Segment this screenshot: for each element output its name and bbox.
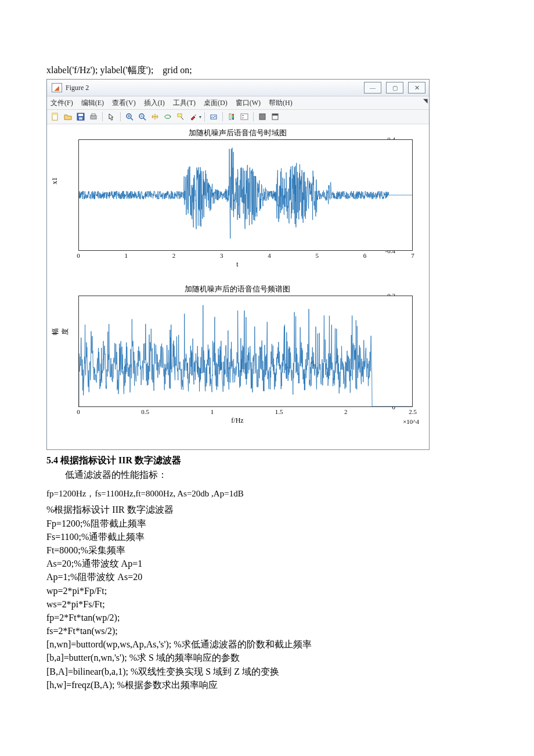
zoom-in-icon[interactable]	[124, 111, 135, 122]
xtick: 0.5	[141, 408, 149, 415]
xtick: 3	[220, 252, 223, 259]
svg-rect-3	[78, 114, 83, 116]
menu-help[interactable]: 帮助(H)	[269, 98, 293, 108]
svg-rect-15	[178, 114, 182, 117]
filter-params-line: fp=1200Hz，fs=1100Hz,ft=8000Hz, As=20db ,…	[46, 488, 488, 499]
svg-rect-22	[259, 114, 265, 120]
menubar: 文件(F) 编辑(E) 查看(V) 插入(I) 工具(T) 桌面(D) 窗口(W…	[47, 96, 429, 110]
svg-rect-19	[241, 114, 248, 120]
code-line: ws=2*pi*Fs/Ft;	[46, 597, 488, 611]
code-line: Fs=1100;%通带截止频率	[46, 530, 488, 543]
svg-rect-5	[91, 116, 96, 119]
plot2-axes: ×10^4	[78, 296, 413, 407]
xtick: 1.5	[275, 408, 283, 415]
subplot-time-domain: 加随机噪声后语音信号时域图 x1 0.4 0.2 0 -0.2 -0.4 0 1	[50, 128, 424, 284]
code-line: fs=2*Ft*tan(ws/2);	[46, 624, 488, 638]
plot2-ylabel: 幅度	[50, 333, 70, 341]
open-folder-icon[interactable]	[62, 111, 74, 122]
plot2-spectrum	[79, 296, 412, 406]
data-cursor-icon[interactable]	[175, 111, 186, 122]
code-line: Ft=8000;%采集频率	[46, 543, 488, 557]
plot2-title: 加随机噪声后的语音信号频谱图	[50, 284, 424, 294]
subplot-spectrum: 加随机噪声后的语音信号频谱图 幅度 0.2 0.15 0.1 0.05 0 ×1…	[50, 284, 424, 444]
svg-line-12	[143, 118, 146, 120]
xtick: 2.5	[409, 408, 417, 415]
xtick: 2	[172, 252, 176, 259]
code-line: wp=2*pi*Fp/Ft;	[46, 584, 488, 597]
xtick: 0	[77, 408, 80, 415]
plot-area: 加随机噪声后语音信号时域图 x1 0.4 0.2 0 -0.2 -0.4 0 1	[47, 124, 429, 449]
plot1-xlabel: t	[50, 260, 424, 269]
xtick: 2	[344, 408, 348, 415]
code-line: [n,wn]=buttord(wp,ws,Ap,As,'s'); %求低通滤波器…	[46, 638, 488, 651]
plot1-waveform	[79, 140, 412, 250]
dock-icon[interactable]	[269, 111, 281, 122]
window-titlebar: ◢ Figure 2	[47, 80, 429, 96]
plot1-ylabel: x1	[50, 183, 59, 191]
window-minimize-button[interactable]	[364, 82, 381, 93]
svg-rect-24	[272, 114, 278, 116]
xtick: 1	[125, 252, 128, 259]
zoom-out-icon[interactable]	[136, 111, 148, 122]
svg-rect-17	[229, 114, 231, 120]
window-title: Figure 2	[66, 84, 89, 92]
code-line: [h,w]=freqz(B,A); %根据参数求出频率响应	[46, 678, 488, 692]
matlab-app-icon: ◢	[52, 83, 62, 92]
menu-window[interactable]: 窗口(W)	[236, 98, 261, 108]
code-line: [B,A]=bilinear(b,a,1); %双线性变换实现 S 域到 Z 域…	[46, 665, 488, 678]
toolbar: ▾	[47, 110, 429, 124]
save-icon[interactable]	[75, 111, 86, 122]
menu-desktop[interactable]: 桌面(D)	[204, 98, 228, 108]
section-heading: 5.4 根据指标设计 IIR 数字滤波器	[46, 455, 488, 467]
colorbar-icon[interactable]	[226, 111, 237, 122]
menu-file[interactable]: 文件(F)	[50, 98, 73, 108]
plot2-xlabel: f/Hz	[50, 416, 424, 425]
plot1-axes	[78, 139, 413, 251]
menu-expand-icon[interactable]: ◥	[423, 98, 428, 104]
xtick: 7	[411, 252, 414, 259]
code-line: %根据指标设计 IIR 数字滤波器	[46, 503, 488, 516]
svg-line-8	[131, 118, 133, 120]
svg-rect-6	[92, 114, 95, 116]
menu-view[interactable]: 查看(V)	[112, 98, 136, 108]
xtick: 1	[211, 408, 214, 415]
legend-icon[interactable]	[239, 111, 250, 122]
code-line: Fp=1200;%阻带截止频率	[46, 517, 488, 530]
matlab-figure-window: ◢ Figure 2 文件(F) 编辑(E) 查看(V) 插入(I) 工具(T)…	[46, 79, 430, 450]
code-block: %根据指标设计 IIR 数字滤波器 Fp=1200;%阻带截止频率 Fs=110…	[46, 503, 488, 692]
svg-rect-1	[52, 113, 57, 115]
pan-icon[interactable]	[149, 111, 161, 122]
hide-tools-icon[interactable]	[257, 111, 268, 122]
code-line: Ap=1;%阻带波纹 As=20	[46, 570, 488, 584]
xtick: 0	[77, 252, 80, 259]
print-icon[interactable]	[88, 111, 99, 122]
window-maximize-button[interactable]	[386, 82, 403, 93]
code-line-top: xlabel('f/Hz'); ylabel('幅度'); grid on;	[46, 64, 488, 77]
link-plot-icon[interactable]	[208, 111, 219, 122]
menu-insert[interactable]: 插入(I)	[144, 98, 165, 108]
section-intro: 低通滤波器的性能指标：	[46, 469, 488, 481]
code-line: As=20;%通带波纹 Ap=1	[46, 557, 488, 570]
window-close-button[interactable]	[408, 82, 425, 93]
xtick: 5	[316, 252, 319, 259]
svg-rect-18	[232, 114, 234, 120]
plot2-x-exponent: ×10^4	[403, 418, 419, 425]
xtick: 4	[268, 252, 271, 259]
brush-icon[interactable]	[187, 111, 199, 122]
menu-tools[interactable]: 工具(T)	[173, 98, 196, 108]
brush-dropdown-icon[interactable]: ▾	[199, 114, 201, 120]
code-line: fp=2*Ft*tan(wp/2);	[46, 611, 488, 624]
document-page: xlabel('f/Hz'); ylabel('幅度'); grid on; ◢…	[0, 0, 534, 726]
code-line: [b,a]=butter(n,wn,'s'); %求 S 域的频率响应的参数	[46, 651, 488, 664]
rotate3d-icon[interactable]	[162, 111, 174, 122]
pointer-icon[interactable]	[106, 111, 117, 122]
menu-edit[interactable]: 编辑(E)	[81, 98, 104, 108]
plot1-title: 加随机噪声后语音信号时域图	[50, 128, 424, 138]
new-file-icon[interactable]	[49, 111, 61, 122]
xtick: 6	[363, 252, 367, 259]
svg-rect-4	[79, 117, 82, 120]
